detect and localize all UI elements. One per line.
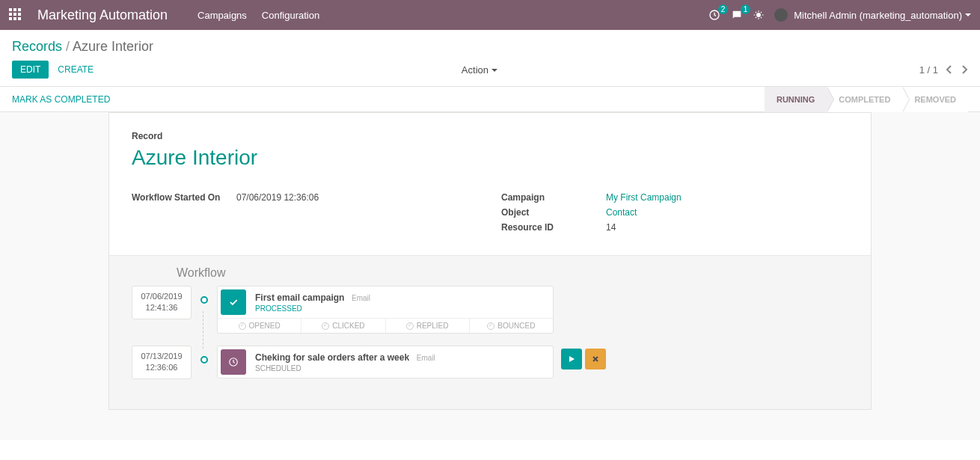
form-sheet: Record Azure Interior Workflow Started O…	[108, 112, 872, 410]
user-name: Mitchell Admin (marketing_automation)	[794, 10, 962, 21]
status-removed[interactable]: REMOVED	[902, 87, 968, 112]
workflow-title: Workflow	[177, 266, 848, 280]
pager-prev[interactable]	[946, 64, 953, 75]
resource-id-value: 14	[606, 222, 616, 233]
workflow-item-type: Email	[417, 354, 435, 362]
nav-configuration[interactable]: Configuration	[262, 10, 319, 21]
workflow-started-label: Workflow Started On	[132, 192, 236, 203]
check-circle-icon	[239, 322, 246, 330]
stat-replied[interactable]: REPLIED	[386, 319, 470, 333]
control-panel: Records / Azure Interior EDIT CREATE Act…	[0, 30, 980, 87]
stat-opened[interactable]: OPENED	[218, 319, 301, 333]
cancel-button[interactable]	[585, 349, 606, 369]
check-circle-icon	[322, 322, 329, 330]
pager-next[interactable]	[961, 64, 968, 75]
pager-text: 1 / 1	[919, 64, 938, 76]
check-circle-icon	[487, 322, 494, 330]
user-menu[interactable]: Mitchell Admin (marketing_automation)	[774, 8, 971, 22]
breadcrumb-parent[interactable]: Records	[12, 39, 62, 54]
mark-completed-button[interactable]: MARK AS COMPLETED	[12, 94, 110, 105]
status-bar: MARK AS COMPLETED RUNNING COMPLETED REMO…	[0, 87, 980, 112]
timeline-dot-icon	[200, 356, 208, 364]
breadcrumb: Records / Azure Interior	[12, 39, 153, 55]
workflow-item-date: 07/13/2019 12:36:06	[132, 346, 192, 379]
status-running[interactable]: RUNNING	[765, 87, 827, 112]
workflow-item-type: Email	[352, 294, 370, 302]
workflow-item-title: Cheking for sale orders after a week	[255, 352, 409, 363]
chevron-down-icon	[965, 13, 971, 16]
clock-icon[interactable]: 2	[708, 9, 720, 21]
action-dropdown[interactable]: Action	[462, 64, 497, 76]
clock-badge: 2	[718, 4, 729, 14]
workflow-item: 07/13/2019 12:36:06 Cheking for sale ord…	[132, 346, 848, 379]
timeline-dot-icon	[200, 296, 208, 304]
object-label: Object	[501, 207, 606, 218]
app-title: Marketing Automation	[37, 7, 168, 23]
record-label: Record	[132, 131, 848, 141]
breadcrumb-current: Azure Interior	[73, 39, 153, 54]
chat-badge: 1	[741, 4, 751, 14]
pager: 1 / 1	[919, 64, 968, 76]
form-area: Record Azure Interior Workflow Started O…	[0, 112, 980, 440]
nav-menu: Campaigns Configuration	[197, 10, 319, 21]
status-steps: RUNNING COMPLETED REMOVED	[765, 87, 968, 112]
campaign-label: Campaign	[501, 192, 606, 203]
svg-point-1	[756, 13, 761, 17]
workflow-item-status: SCHEDULED	[255, 364, 547, 372]
play-button[interactable]	[561, 349, 582, 369]
bug-icon[interactable]	[753, 10, 764, 20]
object-link[interactable]: Contact	[606, 207, 637, 218]
workflow-stats: OPENED CLICKED REPLIED BOUNCED	[218, 318, 553, 333]
stat-bounced[interactable]: BOUNCED	[470, 319, 553, 333]
workflow-section: Workflow 07/06/2019 12:41:36 First email	[109, 255, 871, 409]
check-circle-icon	[406, 322, 414, 330]
status-completed[interactable]: COMPLETED	[827, 87, 902, 112]
create-button[interactable]: CREATE	[52, 61, 99, 78]
resource-id-label: Resource ID	[501, 222, 606, 233]
workflow-item-date: 07/06/2019 12:41:36	[132, 286, 192, 319]
workflow-card: Cheking for sale orders after a week Ema…	[217, 346, 554, 378]
workflow-item-title: First email campaign	[255, 292, 344, 303]
campaign-link[interactable]: My First Campaign	[606, 192, 682, 203]
workflow-card: First email campaign Email PROCESSED OPE…	[217, 286, 554, 334]
stat-clicked[interactable]: CLICKED	[301, 319, 385, 333]
workflow-started-value: 07/06/2019 12:36:06	[236, 192, 319, 203]
workflow-item-status: PROCESSED	[255, 304, 547, 313]
workflow-item: 07/06/2019 12:41:36 First email campaign…	[132, 286, 848, 334]
avatar	[774, 8, 788, 22]
clock-icon	[221, 349, 246, 375]
check-icon	[221, 289, 246, 315]
nav-campaigns[interactable]: Campaigns	[197, 10, 247, 21]
chat-icon[interactable]: 1	[731, 9, 743, 21]
edit-button[interactable]: EDIT	[12, 61, 49, 79]
top-navbar: Marketing Automation Campaigns Configura…	[0, 0, 980, 30]
record-title: Azure Interior	[132, 146, 848, 170]
apps-icon[interactable]	[9, 8, 22, 22]
